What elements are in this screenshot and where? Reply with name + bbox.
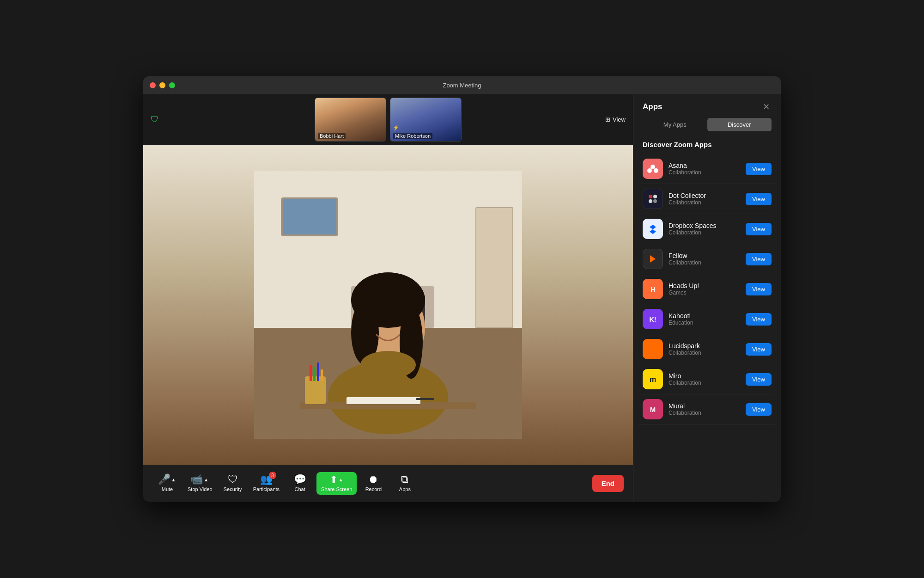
thumbnails-bar: 🛡 Bobbi Hart ⚡ Mike Robertson ⊞ View [143, 94, 633, 145]
fellow-view-button[interactable]: View [746, 253, 772, 265]
lucidspark-icon [643, 339, 663, 359]
headsup-icon: H [643, 279, 663, 299]
panel-title: Apps [643, 102, 663, 111]
security-button[interactable]: 🛡 Security [218, 472, 248, 495]
apps-list: Asana Collaboration View [633, 154, 781, 502]
svg-rect-7 [476, 208, 513, 328]
svg-point-28 [653, 195, 657, 198]
miro-name: Miro [669, 372, 740, 380]
lucidspark-info: Lucidspark Collaboration [669, 342, 740, 356]
share-screen-icon: ⬆ [329, 475, 338, 485]
participant-name-mike: Mike Robertson [393, 133, 432, 139]
participants-button[interactable]: 👥 3 Participants [249, 472, 283, 495]
dropbox-view-button[interactable]: View [746, 223, 772, 235]
svg-text:K!: K! [650, 316, 657, 323]
asana-category: Collaboration [669, 169, 740, 176]
lucidspark-view-button[interactable]: View [746, 343, 772, 356]
panel-header: Apps ✕ [633, 94, 781, 118]
miro-view-button[interactable]: View [746, 373, 772, 386]
stop-video-label: Stop Video [188, 486, 213, 492]
asana-view-button[interactable]: View [746, 163, 772, 175]
tab-my-apps[interactable]: My Apps [643, 118, 707, 131]
headsup-view-button[interactable]: View [746, 283, 772, 295]
svg-point-27 [649, 195, 652, 198]
view-button[interactable]: ⊞ View [605, 116, 626, 123]
app-item-lucidspark: Lucidspark Collaboration View [639, 334, 775, 364]
dot-collector-category: Collaboration [669, 199, 740, 206]
mural-view-button[interactable]: View [746, 403, 772, 416]
thumbnail-bobbi[interactable]: Bobbi Hart [315, 98, 386, 141]
svg-point-29 [649, 199, 652, 203]
lucidspark-name: Lucidspark [669, 342, 740, 350]
security-icon: 🛡 [228, 474, 238, 485]
kahoot-category: Education [669, 320, 740, 326]
app-item-miro: m Miro Collaboration View [639, 364, 775, 394]
fellow-category: Collaboration [669, 259, 740, 266]
titlebar: Zoom Meeting [143, 76, 781, 94]
participants-label: Participants [253, 486, 280, 492]
security-shield-icon: 🛡 [151, 115, 159, 124]
app-item-dropbox: Dropbox Spaces Collaboration View [639, 214, 775, 244]
participants-count-badge: 3 [269, 472, 276, 479]
app-item-asana: Asana Collaboration View [639, 154, 775, 184]
fellow-icon [643, 249, 663, 269]
chat-icon: 💬 [294, 474, 306, 485]
view-icon: ⊞ [605, 116, 610, 123]
end-button[interactable]: End [592, 475, 624, 492]
mural-category: Collaboration [669, 410, 740, 416]
view-label: View [613, 116, 626, 123]
close-button[interactable] [150, 82, 156, 88]
panel-close-button[interactable]: ✕ [760, 101, 772, 112]
chat-label: Chat [294, 486, 305, 492]
mute-arrow[interactable]: ▲ [170, 477, 177, 482]
mural-icon: M [643, 399, 663, 419]
stop-video-button[interactable]: 📹 ▲ Stop Video [184, 472, 216, 495]
end-button-wrapper: End [592, 475, 624, 492]
apps-icon: ⧉ [401, 474, 408, 485]
video-arrow[interactable]: ▲ [203, 477, 209, 482]
discover-section-title: Discover Zoom Apps [633, 137, 781, 154]
asana-name: Asana [669, 162, 740, 169]
mute-button[interactable]: 🎤 ▲ Mute [152, 472, 182, 495]
svg-rect-22 [317, 363, 319, 381]
app-item-mural: M Mural Collaboration View [639, 394, 775, 424]
dot-collector-view-button[interactable]: View [746, 193, 772, 205]
mural-name: Mural [669, 402, 740, 410]
maximize-button[interactable] [169, 82, 175, 88]
asana-info: Asana Collaboration [669, 162, 740, 176]
share-arrow[interactable]: ▲ [338, 477, 344, 482]
svg-point-24 [650, 165, 655, 169]
video-icon: 📹 [190, 474, 203, 485]
kahoot-info: Kahoot! Education [669, 312, 740, 326]
share-screen-label: Share Screen [321, 486, 352, 492]
dropbox-category: Collaboration [669, 229, 740, 236]
dot-collector-name: Dot Collector [669, 192, 740, 199]
svg-rect-17 [346, 397, 420, 404]
svg-rect-3 [282, 198, 337, 235]
dot-collector-info: Dot Collector Collaboration [669, 192, 740, 206]
svg-point-30 [653, 199, 657, 203]
app-item-dot-collector: Dot Collector Collaboration View [639, 184, 775, 214]
apps-button[interactable]: ⧉ Apps [390, 472, 419, 495]
speaker-silhouette-svg [254, 171, 522, 439]
tab-discover[interactable]: Discover [707, 118, 772, 131]
toolbar-buttons: 🎤 ▲ Mute 📹 ▲ Stop Video [152, 472, 592, 495]
headsup-name: Heads Up! [669, 282, 740, 289]
record-button[interactable]: ⏺ Record [359, 472, 388, 495]
minimize-button[interactable] [159, 82, 165, 88]
miro-category: Collaboration [669, 380, 740, 386]
dropbox-name: Dropbox Spaces [669, 222, 740, 229]
apps-panel: Apps ✕ My Apps Discover Discover Zoom Ap… [633, 94, 781, 502]
kahoot-view-button[interactable]: View [746, 313, 772, 326]
svg-text:M: M [650, 406, 656, 413]
svg-point-15 [360, 351, 416, 379]
security-label: Security [224, 486, 242, 492]
chat-button[interactable]: 💬 Chat [285, 472, 315, 495]
headsup-category: Games [669, 289, 740, 296]
record-label: Record [365, 486, 382, 492]
main-video [143, 145, 633, 465]
app-item-kahoot: K! Kahoot! Education View [639, 304, 775, 334]
dropbox-info: Dropbox Spaces Collaboration [669, 222, 740, 236]
thumbnail-mike[interactable]: ⚡ Mike Robertson [390, 98, 462, 141]
share-screen-button[interactable]: ⬆ ▲ Share Screen [316, 472, 357, 495]
